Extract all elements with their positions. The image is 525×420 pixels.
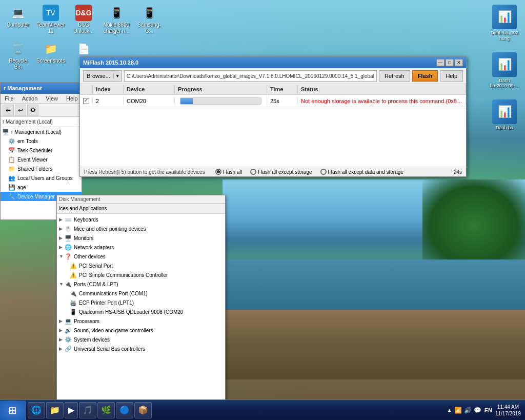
screenshots-icon: 📁 [43,41,59,57]
device-tree-com1[interactable]: 🔌 Communications Port (COM1) [58,289,224,298]
app1-icon: 🌿 [101,405,111,415]
lpt1-icon: 🖨️ [69,298,77,307]
desktop-icon-computer[interactable]: 💻 Computer [3,3,33,36]
partial-menu-file[interactable]: File [3,95,16,102]
radio-except-storage-label: Flash all except storage [258,169,312,175]
system-tray: ▲ 📶 🔊 💬 [447,407,481,414]
col-header-checkbox [80,85,93,93]
path-input[interactable] [124,70,377,82]
taskbar-item-app1[interactable]: 🌿 [97,402,115,418]
device-tree-lpt1[interactable]: 🖨️ ECP Printer Port (LPT1) [58,298,224,307]
tree-item-age[interactable]: 💾 age [1,183,82,192]
tree-item-em-tools[interactable]: ⚙️ em Tools [1,136,82,146]
radio-flash-all[interactable]: Flash all [215,169,242,175]
device-tree-pci-serial[interactable]: ⚠️ PCI Serial Port [58,261,224,270]
row-index: 2 [93,97,124,105]
device-tree-network[interactable]: ▶ 🌐 Network adapters [58,243,224,252]
tree-item-task-scheduler[interactable]: 📅 Task Scheduler [1,146,82,155]
clock-time: 11:44 AM [495,404,521,410]
radio-flash-except-storage[interactable]: Flash all except storage [250,169,312,175]
partial-toolbar-btn2[interactable]: ↩ [15,105,26,116]
language-indicator[interactable]: EN [484,407,492,413]
partial-menu-view[interactable]: View [44,95,60,102]
taskbar-item-media[interactable]: ▶ [65,402,78,418]
miflash-close-button[interactable]: ✕ [455,59,463,66]
management-icon: 🖥️ [2,128,10,136]
device-tree-monitors[interactable]: ▶ 🖥️ Monitors [58,233,224,243]
clock[interactable]: 11:44 AM 11/17/2019 [495,404,521,417]
em-tools-icon: ⚙️ [8,137,16,145]
taskbar-item-app2[interactable]: 📦 [134,402,152,418]
desktop-icon-samsung[interactable]: 📱 Samsung-G... [134,3,165,36]
partial-menu-action[interactable]: Action [20,95,40,102]
col-header-progress: Progress [175,85,267,93]
radio-flash-all-label: Flash all [223,169,242,175]
computer-icon-label: Computer [7,22,29,28]
device-tree-qualcomm[interactable]: 📱 Qualcomm HS-USB QDLoader 9008 (COM20 [58,307,224,316]
browse-dropdown-button[interactable]: Browse... ▼ [83,70,122,82]
device-tree-usb[interactable]: ▶ 🔗 Universal Serial Bus controllers [58,344,224,353]
device-tree-pci-comms[interactable]: ⚠️ PCI Simple Communications Controller [58,270,224,279]
desktop-icon-teamviewer[interactable]: TV TeamViewer 11 [35,3,66,36]
taskbar-item-explorer[interactable]: 📁 [46,402,64,418]
music-icon: 🎵 [83,405,93,415]
desktop-icon-danh3[interactable]: 📊 Danh ba [487,97,522,133]
refresh-button[interactable]: Refresh [379,70,410,82]
device-tree-ports[interactable]: ▼ 🔌 Ports (COM & LPT) [58,279,224,289]
miflash-table-content: 2 COM20 25s Not enough storage is availa… [80,95,466,167]
tree-item-local-users[interactable]: 👥 Local Users and Groups [1,173,82,183]
action-center-icon[interactable]: 💬 [474,407,481,414]
partial-toolbar-btn1[interactable]: ⬅ [3,105,14,116]
desktop-icon-recycle[interactable]: 🗑️ Recycle Bin [3,38,33,72]
device-tree-mice[interactable]: ▶ 🖱️ Mice and other pointing devices [58,224,224,233]
miflash-titlebar-buttons: — □ ✕ [436,59,463,66]
device-tree-keyboards[interactable]: ▶ ⌨️ Keyboards [58,215,224,224]
keyboards-icon: ⌨️ [64,215,72,224]
samsung-icon-label: Samsung-G... [136,22,163,34]
volume-tray-icon[interactable]: 🔊 [464,407,472,414]
radio-except-data-label: Flash all except data and storage [328,169,403,175]
partial-toolbar-btn3[interactable]: ⚙ [27,105,38,116]
network-tray-icon: 📶 [454,407,462,414]
device-tree-sound[interactable]: ▶ 🔊 Sound, video and game controllers [58,326,224,335]
partial-menu-help[interactable]: Help [64,95,80,102]
partial-breadcrumb: r Management (Local) [3,119,53,125]
browse-chevron-icon: ▼ [113,73,122,78]
radio-flash-all-dot [215,169,221,175]
clock-date: 11/17/2019 [495,410,521,417]
device-tree-other[interactable]: ▼ ❓ Other devices [58,252,224,261]
desktop-icon-dg[interactable]: D&G D&G Unlock... [68,3,99,36]
desktop-icon-danh2[interactable]: 📊 Danhba-2019-09-... [487,50,522,91]
start-button[interactable]: ⊞ [0,401,26,420]
taskbar: ⊞ 🌐 📁 ▶ 🎵 🌿 🔵 📦 ▲ 📶 🔊 💬 EN [0,399,525,420]
flash-button[interactable]: Flash [412,70,438,82]
taskbar-item-ie[interactable]: 🌐 [28,402,45,418]
tree-item-shared-folders[interactable]: 📁 Shared Folders [1,164,82,173]
miflash-maximize-button[interactable]: □ [446,59,454,66]
taskbar-item-music[interactable]: 🎵 [79,402,96,418]
processors-icon: 💻 [64,317,72,325]
tray-arrow-icon[interactable]: ▲ [447,407,452,413]
desktop-icon-danh1[interactable]: 📊 Danh ba_002hung [487,3,522,44]
desktop-icon-nokia[interactable]: 📱 Nokia 8800 charger n... [101,3,132,36]
device-tree-processors[interactable]: ▶ 💻 Processors [58,316,224,326]
app2-icon: 📦 [138,405,148,415]
nokia-icon: 📱 [108,5,125,21]
recycle-icon: 🗑️ [10,41,26,57]
miflash-minimize-button[interactable]: — [436,59,445,66]
row-checkbox[interactable] [80,97,93,105]
devman-path-label: Disk Management [59,196,100,202]
event-viewer-icon: 📋 [8,155,16,164]
taskbar-item-chrome[interactable]: 🔵 [116,402,133,418]
row-checkbox-input[interactable] [83,98,89,104]
help-button[interactable]: Help [440,70,463,82]
huy-icon: 📄 [75,41,92,57]
tree-item-management-local[interactable]: 🖥️ r Management (Local) [1,127,82,136]
table-row[interactable]: 2 COM20 25s Not enough storage is availa… [80,95,466,107]
explorer-icon: 📁 [50,405,60,415]
radio-flash-except-data[interactable]: Flash all except data and storage [320,169,403,175]
tree-item-event-viewer[interactable]: 📋 Event Viewer [1,155,82,164]
desktop-icon-screenshots[interactable]: 📁 Screenshots [35,38,66,72]
dg-icon-label: D&G Unlock... [70,22,97,34]
device-tree-system[interactable]: ▶ ⚙️ System devices [58,335,224,344]
